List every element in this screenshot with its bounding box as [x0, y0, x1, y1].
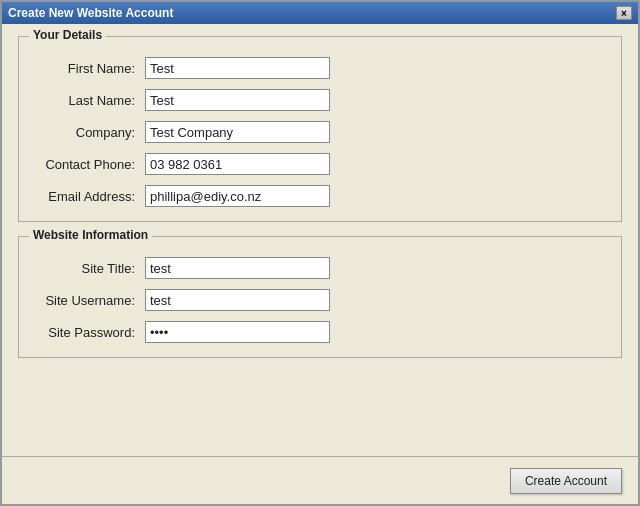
close-button[interactable]: ×: [616, 6, 632, 20]
your-details-group: Your Details First Name: Last Name: Comp…: [18, 36, 622, 222]
phone-label: Contact Phone:: [35, 157, 145, 172]
first-name-input[interactable]: [145, 57, 330, 79]
title-bar: Create New Website Account ×: [2, 2, 638, 24]
email-input[interactable]: [145, 185, 330, 207]
site-username-label: Site Username:: [35, 293, 145, 308]
company-row: Company:: [35, 121, 605, 143]
site-password-row: Site Password:: [35, 321, 605, 343]
phone-row: Contact Phone:: [35, 153, 605, 175]
last-name-label: Last Name:: [35, 93, 145, 108]
first-name-row: First Name:: [35, 57, 605, 79]
website-info-legend: Website Information: [29, 228, 152, 242]
title-bar-buttons: ×: [616, 6, 632, 20]
website-info-group: Website Information Site Title: Site Use…: [18, 236, 622, 358]
email-label: Email Address:: [35, 189, 145, 204]
site-password-input[interactable]: [145, 321, 330, 343]
first-name-label: First Name:: [35, 61, 145, 76]
main-window: Create New Website Account × Your Detail…: [0, 0, 640, 506]
email-row: Email Address:: [35, 185, 605, 207]
company-label: Company:: [35, 125, 145, 140]
site-title-label: Site Title:: [35, 261, 145, 276]
create-account-button[interactable]: Create Account: [510, 468, 622, 494]
site-title-row: Site Title:: [35, 257, 605, 279]
site-password-label: Site Password:: [35, 325, 145, 340]
site-title-input[interactable]: [145, 257, 330, 279]
last-name-input[interactable]: [145, 89, 330, 111]
your-details-legend: Your Details: [29, 28, 106, 42]
window-content: Your Details First Name: Last Name: Comp…: [2, 24, 638, 456]
site-username-input[interactable]: [145, 289, 330, 311]
window-title: Create New Website Account: [8, 6, 173, 20]
phone-input[interactable]: [145, 153, 330, 175]
last-name-row: Last Name:: [35, 89, 605, 111]
site-username-row: Site Username:: [35, 289, 605, 311]
footer: Create Account: [2, 456, 638, 504]
company-input[interactable]: [145, 121, 330, 143]
